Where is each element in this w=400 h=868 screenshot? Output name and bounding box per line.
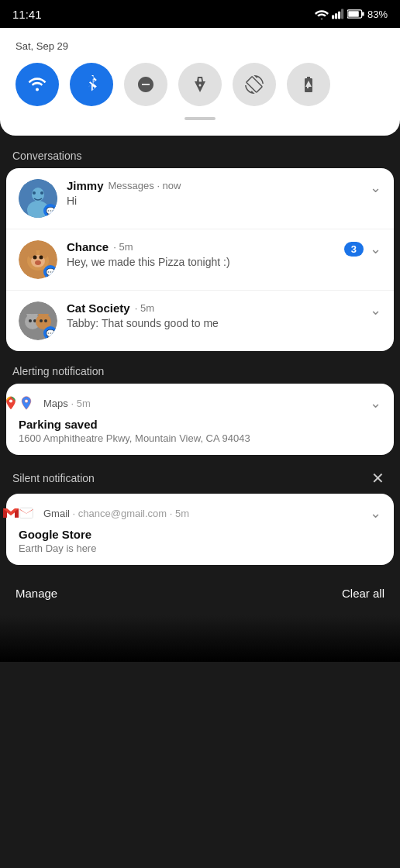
gmail-m-icon xyxy=(3,507,19,519)
battery-percentage: 83% xyxy=(367,9,388,20)
cat-society-expand-button[interactable]: ⌄ xyxy=(370,301,381,319)
battery-icon xyxy=(347,9,364,19)
svg-rect-0 xyxy=(332,16,334,19)
conversation-chance[interactable]: 💬 Chance · 5m Hey, we made this Pizza to… xyxy=(6,229,394,291)
silent-notification-card: Gmail · chance@gmail.com · 5m ⌄ Google S… xyxy=(6,494,394,565)
cat-society-content: Cat Society · 5m Tabby: That sounds good… xyxy=(67,301,364,329)
gmail-icon xyxy=(19,505,34,521)
status-bar: 11:41 83% xyxy=(0,0,400,28)
svg-point-30 xyxy=(44,319,47,322)
quick-settings-panel: Sat, Sep 29 xyxy=(0,28,400,136)
silent-body: Earth Day is here xyxy=(19,542,381,554)
maps-pin-icon xyxy=(3,395,19,411)
chance-expand-button[interactable]: ⌄ xyxy=(370,240,381,257)
jimmy-meta: Messages · now xyxy=(109,180,181,191)
svg-rect-2 xyxy=(338,12,340,19)
cat-society-meta: · 5m xyxy=(135,302,154,314)
chance-avatar: 💬 xyxy=(19,240,57,279)
alerting-title: Parking saved xyxy=(19,418,381,431)
messages-app-icon: 💬 xyxy=(43,204,57,218)
jimmy-avatar: 💬 xyxy=(19,179,57,218)
jimmy-header: Jimmy Messages · now xyxy=(67,179,364,192)
cat-society-header: Cat Society · 5m xyxy=(67,301,364,315)
chance-content: Chance · 5m Hey, we made this Pizza toni… xyxy=(67,240,338,268)
wifi-signal-icon xyxy=(315,9,329,19)
status-time: 11:41 xyxy=(12,8,42,21)
svg-point-24 xyxy=(29,319,32,322)
alerting-section-header: Alerting notification xyxy=(0,357,400,384)
jimmy-name: Jimmy xyxy=(67,179,104,192)
conversations-section-header: Conversations xyxy=(0,142,400,168)
jimmy-message: Hi xyxy=(67,195,364,207)
qs-battery-saver-toggle[interactable] xyxy=(287,63,330,106)
qs-rotate-toggle[interactable] xyxy=(233,63,276,106)
svg-point-31 xyxy=(9,399,12,402)
silent-header: Gmail · chance@gmail.com · 5m ⌄ xyxy=(19,505,381,522)
silent-section-close-button[interactable]: ✕ xyxy=(368,469,388,487)
svg-rect-5 xyxy=(362,12,364,16)
alerting-app-label: Maps · 5m xyxy=(43,398,364,409)
status-icons: 83% xyxy=(315,9,388,20)
silent-expand-button[interactable]: ⌄ xyxy=(370,505,381,522)
qs-flashlight-toggle[interactable] xyxy=(178,63,222,106)
bottom-bar: Manage Clear all xyxy=(0,571,400,615)
svg-point-10 xyxy=(33,191,36,195)
silent-section-header: Silent notification ✕ xyxy=(0,461,400,494)
chance-badge: 3 xyxy=(344,242,364,257)
cat-society-name: Cat Society xyxy=(67,301,130,315)
svg-point-17 xyxy=(33,256,37,260)
qs-handle xyxy=(184,117,216,120)
jimmy-content: Jimmy Messages · now Hi xyxy=(67,179,364,207)
dark-bottom-area xyxy=(0,615,400,662)
cat-society-actions: ⌄ xyxy=(370,301,381,319)
silent-app-meta: Gmail · chance@gmail.com · 5m xyxy=(43,508,364,519)
qs-toggles xyxy=(16,63,384,106)
chance-actions: 3 ⌄ xyxy=(344,240,381,257)
chance-messages-icon: 💬 xyxy=(43,265,57,279)
svg-point-29 xyxy=(40,319,43,322)
alerting-notification-card: Maps · 5m ⌄ Parking saved 1600 Amphithea… xyxy=(6,384,394,455)
chance-name: Chance xyxy=(67,240,109,253)
alerting-header: Maps · 5m ⌄ xyxy=(19,394,381,412)
svg-rect-1 xyxy=(335,13,337,19)
signal-icon xyxy=(332,9,344,19)
conversation-jimmy[interactable]: 💬 Jimmy Messages · now Hi ⌄ xyxy=(6,168,394,229)
silent-section-title: Silent notification xyxy=(12,472,95,484)
chance-header: Chance · 5m xyxy=(67,240,338,253)
qs-wifi-toggle[interactable] xyxy=(16,63,59,106)
qs-date: Sat, Sep 29 xyxy=(16,40,384,52)
alerting-body: 1600 Amphitheatre Pkwy, Mountain View, C… xyxy=(19,432,381,444)
jimmy-actions: ⌄ xyxy=(370,179,381,196)
cat-society-message: Tabby: That sounds good to me xyxy=(67,317,364,329)
cat-society-avatar: 💬 xyxy=(19,301,57,340)
maps-icon xyxy=(19,395,34,411)
svg-rect-6 xyxy=(348,11,359,17)
qs-dnd-toggle[interactable] xyxy=(124,63,167,106)
svg-point-19 xyxy=(35,260,41,265)
svg-point-18 xyxy=(40,256,43,260)
svg-rect-3 xyxy=(341,9,343,19)
chance-meta: · 5m xyxy=(113,241,133,253)
svg-point-11 xyxy=(40,191,43,195)
manage-button[interactable]: Manage xyxy=(16,587,57,600)
silent-title: Google Store xyxy=(19,528,381,541)
clear-all-button[interactable]: Clear all xyxy=(342,587,384,600)
chance-message: Hey, we made this Pizza tonight :) xyxy=(67,256,338,268)
cat-society-messages-icon: 💬 xyxy=(43,326,57,340)
conversations-card: 💬 Jimmy Messages · now Hi ⌄ xyxy=(6,168,394,351)
alerting-expand-button[interactable]: ⌄ xyxy=(370,394,381,412)
conversation-cat-society[interactable]: 💬 Cat Society · 5m Tabby: That sounds go… xyxy=(6,291,394,351)
qs-bluetooth-toggle[interactable] xyxy=(70,63,113,106)
jimmy-expand-button[interactable]: ⌄ xyxy=(370,179,381,196)
